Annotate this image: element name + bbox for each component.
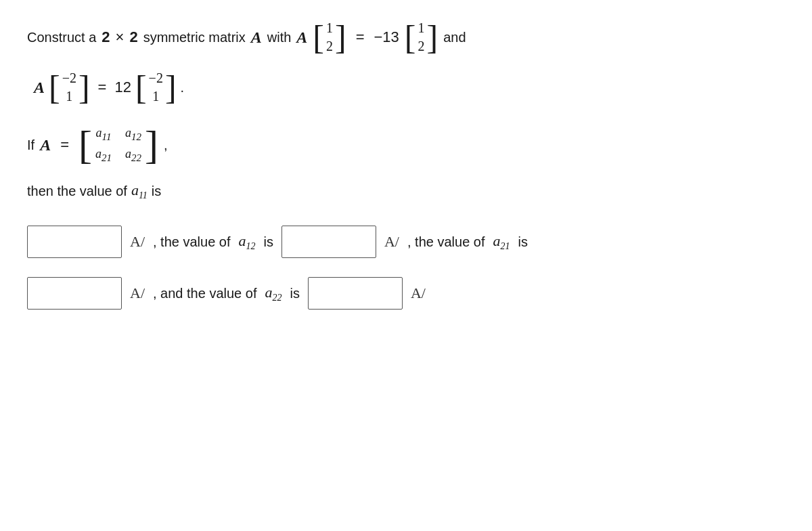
right-bracket2: ] (427, 20, 438, 54)
a12-suffix: is (264, 234, 273, 250)
problem-container: Construct a 2 × 2 symmetric matrix A wit… (27, 20, 785, 310)
dim2: 2 (129, 28, 137, 46)
cell-a11: a11 (95, 126, 112, 143)
a12-var: a12 (239, 232, 256, 252)
v2-row2: 2 (418, 39, 425, 54)
a21-prefix: , the value of (407, 234, 485, 250)
is-text1: is (152, 184, 161, 199)
a22-spellcheck-icon[interactable]: A/ (411, 284, 426, 302)
matrix-A-line2: A (34, 79, 45, 97)
matrix-A-label2: A (296, 28, 307, 47)
vector-l2-inner: −2 1 (60, 70, 78, 104)
v1-row2: 2 (326, 39, 333, 54)
a22-var: a22 (265, 284, 281, 303)
a22-suffix: is (290, 286, 299, 301)
a21-var: a21 (493, 232, 510, 252)
cell-a21: a21 (95, 147, 112, 164)
v2-row1: 1 (418, 20, 425, 36)
right-bracket: ] (335, 20, 346, 54)
left-bracket: [ (313, 20, 324, 54)
input-row-2: A/ , and the value of a22 is A/ (27, 277, 785, 310)
right-bracket-l2b: ] (165, 70, 177, 104)
if-text: If (27, 137, 35, 153)
a12-spellcheck-icon[interactable]: A/ (384, 233, 399, 251)
a11-spellcheck-icon[interactable]: A/ (130, 233, 145, 251)
equals1: = (352, 28, 369, 46)
vl2-row2: 1 (66, 89, 72, 104)
matrix-A-label1: A (251, 28, 262, 47)
vl2b-row1: −2 (149, 70, 163, 86)
a11-var: a11 (131, 182, 148, 201)
left-bracket2: [ (405, 20, 416, 54)
vector-l2b-inner: −2 1 (147, 70, 165, 104)
a21-input[interactable] (27, 277, 122, 310)
equals-line3: = (56, 136, 73, 154)
a22-prefix: , and the value of (153, 286, 256, 301)
construct-text: Construct a (27, 30, 96, 45)
vector-line2-2: [ −2 1 ] (135, 70, 177, 104)
matrix-2x2: [ a11 a12 a21 a22 ] (78, 125, 158, 165)
line1: Construct a 2 × 2 symmetric matrix A wit… (27, 20, 785, 54)
and-text: and (443, 30, 466, 45)
left-bracket-l2: [ (49, 70, 60, 104)
line4: then the value of a11 is (27, 182, 785, 201)
a11-input[interactable] (27, 226, 122, 258)
equals-line2: = (94, 79, 111, 96)
matrix-left-bracket: [ (78, 125, 92, 165)
input-row-1: A/ , the value of a12 is A/ , the value … (27, 226, 785, 258)
vector1-inner: 1 2 (324, 20, 335, 54)
a21-spellcheck-icon[interactable]: A/ (130, 284, 145, 302)
with-text: with (267, 30, 292, 45)
a12-input[interactable] (281, 226, 376, 258)
period-line2: . (181, 80, 185, 95)
right-bracket-l2: ] (78, 70, 90, 104)
vector2: [ 1 2 ] (405, 20, 438, 54)
vl2-row1: −2 (62, 70, 76, 86)
matrix-inner: a11 a12 a21 a22 (92, 126, 145, 163)
matrix-A-line3: A (40, 136, 51, 154)
cell-a12: a12 (125, 126, 141, 143)
cell-a22: a22 (125, 147, 141, 164)
vector2-inner: 1 2 (416, 20, 427, 54)
cross-symbol: × (116, 28, 125, 46)
a21-suffix: is (518, 234, 528, 250)
vector1: [ 1 2 ] (313, 20, 346, 54)
matrix-right-bracket: ] (145, 125, 158, 165)
then-value-text: then the value of (27, 184, 127, 199)
period-line3: , (164, 137, 168, 153)
symmetric-text: symmetric matrix (143, 30, 246, 45)
left-bracket-l2b: [ (135, 70, 147, 104)
a12-prefix: , the value of (153, 234, 231, 250)
scalar-line2: 12 (114, 79, 131, 96)
line2: A [ −2 1 ] = 12 [ −2 1 ] . (34, 70, 785, 104)
dim1: 2 (102, 28, 110, 46)
v1-row1: 1 (326, 20, 333, 36)
scalar1: −13 (374, 28, 399, 46)
line3: If A = [ a11 a12 a21 a22 ] , (27, 125, 785, 165)
a22-input[interactable] (308, 277, 403, 310)
vector-line2-1: [ −2 1 ] (49, 70, 90, 104)
vl2b-row2: 1 (152, 89, 159, 104)
